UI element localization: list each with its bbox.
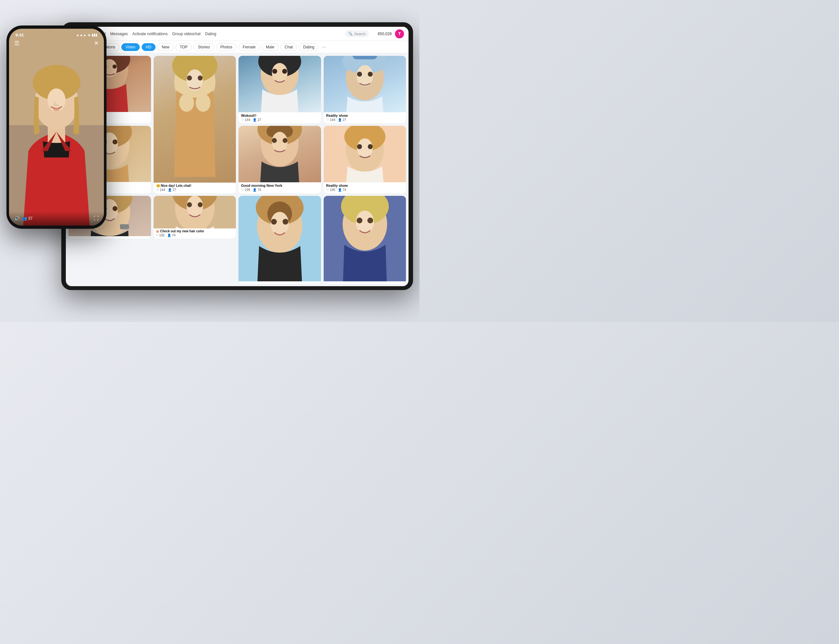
tab-stories[interactable]: Stories [194, 43, 214, 51]
card-meta-8 [68, 236, 151, 238]
card-title-9: 🐷 Check out my new hair color [156, 229, 234, 233]
tab-top[interactable]: TOP [176, 43, 192, 51]
tab-chat[interactable]: Chat [281, 43, 297, 51]
card-workout[interactable]: Wokout!! ♡ 144 👤 27 [238, 56, 321, 123]
svg-point-51 [197, 202, 202, 207]
phone-close-icon[interactable]: ✕ [94, 40, 99, 47]
card-title-7: Reality show [326, 184, 404, 187]
card-viewers-9: 👤 74 [167, 233, 176, 237]
tablet-screen: 🎥 Feed Add Messages Activate notificatio… [66, 27, 409, 286]
card-meta-beach [238, 281, 321, 284]
portrait-svg-tall [154, 56, 236, 182]
user-avatar[interactable]: T [395, 30, 404, 38]
svg-point-63 [356, 217, 362, 223]
search-icon: 🔍 [348, 31, 353, 36]
phone-fullscreen-icon[interactable]: ⛶ [94, 215, 99, 221]
svg-point-22 [368, 72, 373, 76]
card-likes-4: ♡ 144 [326, 118, 335, 122]
card-blonde-blue[interactable] [323, 196, 406, 284]
card-blonde-tall[interactable]: 😊 Nice day! Lets chat! ♡ 144 👤 27 [154, 56, 236, 193]
card-check-hair-bg[interactable]: 🐷 Check out my new hair color ♡ 195 👤 74 [154, 196, 236, 238]
portrait-svg-3 [238, 56, 321, 112]
card-title-6: Good morning New York [241, 184, 319, 187]
svg-point-50 [187, 202, 192, 207]
svg-point-33 [283, 138, 287, 143]
search-label: Search [354, 32, 366, 36]
card-stats-4: ♡ 144 👤 27 [326, 118, 404, 122]
card-reality-2[interactable]: Reality show ♡ 195 👤 74 [323, 126, 406, 193]
phone-background [9, 29, 104, 225]
tab-hd[interactable]: HD [142, 43, 156, 51]
card-likes-tall: ♡ 144 [156, 188, 165, 192]
svg-point-64 [367, 217, 373, 223]
card-title-tall: 😊 Nice day! Lets chat! [156, 184, 234, 187]
nav-right: 850,028 T [378, 30, 404, 38]
tab-video[interactable]: Video [121, 43, 140, 51]
card-meta-tall: 😊 Nice day! Lets chat! ♡ 144 👤 27 [154, 182, 236, 193]
phone-viewer-count: 👥 37 [22, 216, 33, 221]
tab-more[interactable]: ··· [320, 44, 327, 50]
card-meta-blonde-blue [323, 281, 406, 284]
tab-male[interactable]: Male [262, 43, 279, 51]
svg-point-10 [179, 94, 194, 112]
portrait-svg-6 [238, 126, 321, 182]
card-likes-6: ♡ 195 [241, 188, 250, 192]
content-grid-2: 🐷 Check out my new hair color ♡ 195 👤 74 [66, 196, 409, 286]
svg-rect-19 [352, 56, 377, 59]
search-bar[interactable]: 🔍 Search [345, 30, 369, 37]
nav-group-video[interactable]: Group videochat [172, 31, 200, 36]
card-beach-selfie[interactable] [238, 196, 321, 284]
portrait-svg-4 [323, 56, 406, 112]
phone-screen: 9:41 ▲▲▲ ◈ ▮▮▮ ☰ ✕ 🔊 👥 37 ⛶ [9, 29, 104, 225]
svg-point-75 [53, 108, 60, 111]
card-stats-6: ♡ 195 👤 74 [241, 188, 319, 192]
svg-point-44 [113, 206, 117, 211]
nav-notifications[interactable]: Activate notifications [132, 31, 167, 36]
svg-point-39 [368, 144, 373, 149]
tab-photos[interactable]: Photos [216, 43, 236, 51]
tablet-device: 🎥 Feed Add Messages Activate notificatio… [61, 22, 413, 290]
card-likes-3: ♡ 144 [241, 118, 250, 122]
tab-dating[interactable]: Dating [299, 43, 319, 51]
card-stats-3: ♡ 144 👤 27 [241, 118, 319, 122]
svg-point-15 [273, 69, 277, 74]
phone-bottom-left: 🔊 👥 37 [14, 216, 33, 221]
card-meta-7: Reality show ♡ 195 👤 74 [323, 182, 406, 193]
card-reality-top[interactable]: Reality show ♡ 144 👤 27 [323, 56, 406, 123]
phone-bottom-bar: 🔊 👥 37 ⛶ [9, 211, 104, 225]
nav-bar: 🎥 Feed Add Messages Activate notificatio… [66, 27, 409, 41]
nav-messages[interactable]: Messages [110, 31, 128, 36]
card-stats-9: ♡ 195 👤 74 [156, 233, 234, 237]
signal-icon: ▲▲▲ [76, 33, 87, 37]
phone-device: 9:41 ▲▲▲ ◈ ▮▮▮ ☰ ✕ 🔊 👥 37 ⛶ [7, 25, 107, 229]
scene: 🎥 Feed Add Messages Activate notificatio… [7, 13, 413, 309]
card-title-3: Wokout!! [241, 113, 319, 117]
portrait-svg-beach [238, 196, 321, 281]
card-viewers-6: 👤 74 [253, 188, 261, 192]
phone-portrait-svg [9, 29, 104, 225]
svg-point-58 [283, 219, 289, 225]
svg-rect-45 [120, 224, 129, 229]
phone-status-bar: 9:41 ▲▲▲ ◈ ▮▮▮ [9, 29, 104, 39]
card-viewers-3: 👤 27 [253, 118, 261, 122]
portrait-svg-7 [323, 126, 406, 182]
svg-point-11 [195, 94, 210, 112]
svg-point-21 [357, 72, 362, 76]
card-viewers-7: 👤 74 [338, 188, 346, 192]
svg-point-4 [113, 64, 117, 69]
nav-dating[interactable]: Dating [205, 31, 217, 36]
phone-menu-icon[interactable]: ☰ [14, 40, 20, 47]
svg-point-27 [113, 140, 117, 144]
card-good-morning[interactable]: Good morning New York ♡ 195 👤 74 [238, 126, 321, 193]
svg-point-57 [271, 219, 277, 225]
card-stats-tall: ♡ 144 👤 27 [156, 188, 234, 192]
card-meta-3: Wokout!! ♡ 144 👤 27 [238, 112, 321, 123]
portrait-svg-9 [154, 196, 236, 228]
card-viewers-tall: 👤 27 [168, 188, 176, 192]
volume-icon[interactable]: 🔊 [14, 216, 20, 221]
tab-new[interactable]: New [158, 43, 174, 51]
svg-point-9 [197, 76, 202, 80]
tab-female[interactable]: Female [238, 43, 260, 51]
card-meta-4: Reality show ♡ 144 👤 27 [323, 112, 406, 123]
filter-tabs: Live Subscriptions Video HD New TOP Stor… [66, 41, 409, 53]
